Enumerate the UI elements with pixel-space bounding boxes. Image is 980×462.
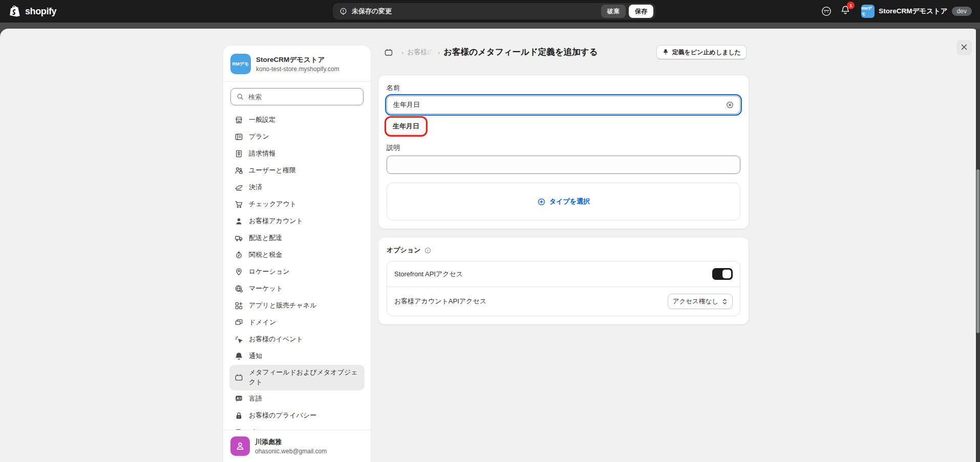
shopify-bag-icon (9, 5, 22, 18)
close-button[interactable] (956, 40, 972, 55)
settings-sidebar: RMデモ StoreCRMデモストア kono-test-store.mysho… (223, 45, 371, 462)
sidebar-item-checkout[interactable]: チェックアウト (229, 196, 365, 213)
discard-button[interactable]: 破棄 (601, 5, 626, 18)
payments-icon (233, 183, 244, 193)
close-icon (961, 43, 968, 52)
page-header: › お客様の › お客様のメタフィールド定義を追加する 定義をピン止めしました (378, 45, 749, 59)
sidebar-item-privacy[interactable]: お客様のプライバシー (229, 407, 365, 424)
sidebar-item-duties-taxes[interactable]: 関税と税金 (229, 247, 365, 263)
customer-api-label: お客様アカウントAPIアクセス (394, 297, 486, 306)
assistant-face-icon[interactable] (820, 5, 833, 17)
sidebar-item-shipping[interactable]: 配送と配達 (229, 230, 365, 247)
breadcrumb-separator: › (401, 49, 403, 56)
billing-icon (233, 149, 244, 159)
sidebar-item-apps-channels[interactable]: アプリと販売チャネル (229, 297, 365, 314)
pin-definition-button[interactable]: 定義をピン止めしました (656, 45, 747, 59)
store-menu-button[interactable]: RMデモ StoreCRMデモストア dev (858, 3, 975, 20)
info-icon[interactable] (424, 247, 432, 254)
person-icon (235, 441, 246, 452)
chevron-updown-icon (722, 298, 728, 305)
plan-icon (233, 132, 244, 142)
store-icon (233, 115, 244, 125)
description-input[interactable] (387, 156, 740, 174)
checkout-cart-icon (233, 200, 244, 210)
select-type-button[interactable]: タイプを選択 (537, 197, 590, 206)
toggle-knob (722, 270, 731, 278)
shopify-wordmark: shopify (25, 6, 56, 17)
storefront-api-label: Storefront APIアクセス (394, 270, 463, 279)
locations-pin-icon (233, 267, 244, 277)
topbar: shopify 未保存の変更 破棄 保存 1 RMデモ StoreCRMデモスト… (0, 0, 980, 23)
metafields-breadcrumb-icon (384, 47, 394, 57)
search-input[interactable] (248, 93, 358, 101)
name-suggestion-chip[interactable]: 生年月日 (387, 118, 425, 135)
alert-icon (339, 7, 348, 16)
sidebar-item-general[interactable]: 一般設定 (229, 112, 365, 128)
metafields-icon (233, 372, 244, 383)
store-domain: kono-test-store.myshopify.com (256, 65, 339, 73)
privacy-lock-icon (233, 410, 244, 421)
sidebar-item-locations[interactable]: ロケーション (229, 263, 365, 280)
options-box: Storefront APIアクセス お客様アカウントAPIアクセス アクセス権… (387, 261, 740, 316)
user-avatar (230, 436, 250, 456)
sidebar-item-languages[interactable]: A文 言語 (229, 390, 365, 407)
clear-circle-x-icon (726, 101, 734, 109)
sidebar-item-billing[interactable]: 請求情報 (229, 145, 365, 162)
search-icon (236, 93, 244, 101)
storefront-api-row: Storefront APIアクセス (387, 261, 740, 287)
languages-icon: A文 (233, 393, 244, 404)
shopify-logo[interactable]: shopify (0, 5, 56, 18)
sidebar-store-header[interactable]: RMデモ StoreCRMデモストア kono-test-store.mysho… (223, 46, 371, 81)
customer-api-row: お客様アカウントAPIアクセス アクセス権なし (387, 287, 740, 316)
options-title: オプション (387, 246, 421, 255)
customer-events-icon (233, 335, 244, 345)
sidebar-item-plan[interactable]: プラン (229, 128, 365, 145)
settings-search (230, 88, 364, 105)
notification-count-badge: 1 (847, 2, 855, 9)
user-email: ohasonic.web@gmail.com (255, 448, 327, 455)
scrollbar-track (976, 29, 980, 462)
page-title: お客様のメタフィールド定義を追加する (443, 47, 598, 58)
users-permissions-icon (233, 166, 244, 176)
store-name: StoreCRMデモストア (256, 55, 339, 64)
sidebar-item-customer-accounts[interactable]: お客様アカウント (229, 213, 365, 230)
save-button[interactable]: 保存 (629, 5, 653, 18)
domains-icon (233, 318, 244, 328)
unsaved-changes-message: 未保存の変更 (352, 7, 601, 16)
clear-name-button[interactable] (725, 100, 735, 111)
sidebar-item-metafields[interactable]: メタフィールドおよびメタオブジェクト (229, 365, 365, 390)
sidebar-item-policies[interactable]: ポリシー (229, 424, 365, 430)
customer-accounts-icon (233, 216, 244, 227)
sidebar-item-payments[interactable]: 決済 (229, 179, 365, 196)
sidebar-user-section[interactable]: 川添彪雅 ohasonic.web@gmail.com (223, 430, 371, 462)
apps-channels-icon (233, 301, 244, 311)
plus-circle-icon (537, 197, 546, 206)
settings-nav: 一般設定 プラン 請求情報 ユーザーと権限 決済 チェックアウト (223, 109, 371, 430)
notifications-bell-button[interactable]: 1 (840, 5, 851, 18)
sidebar-item-users-permissions[interactable]: ユーザーと権限 (229, 162, 365, 179)
env-badge: dev (952, 7, 972, 16)
type-select-area: タイプを選択 (387, 183, 740, 221)
customer-api-access-select[interactable]: アクセス権なし (668, 294, 733, 309)
sidebar-item-customer-events[interactable]: お客様のイベント (229, 331, 365, 348)
pin-icon (662, 49, 669, 56)
main-content: › お客様の › お客様のメタフィールド定義を追加する 定義をピン止めしました … (378, 45, 749, 324)
description-label: 説明 (387, 143, 740, 152)
sidebar-item-domains[interactable]: ドメイン (229, 314, 365, 331)
topbar-right-cluster: 1 RMデモ StoreCRMデモストア dev (820, 0, 975, 23)
duties-taxes-icon (233, 250, 244, 260)
options-card: オプション Storefront APIアクセス お客様アカウントAPIアクセス… (378, 237, 749, 324)
name-label: 名前 (387, 83, 740, 93)
user-name: 川添彪雅 (255, 437, 327, 447)
svg-text:文: 文 (239, 397, 242, 400)
breadcrumb-parent[interactable]: お客様の (407, 48, 434, 57)
scrollbar-thumb[interactable] (976, 169, 979, 333)
name-input[interactable] (387, 96, 740, 114)
markets-globe-icon (233, 284, 244, 294)
unsaved-changes-bar: 未保存の変更 破棄 保存 (333, 3, 655, 19)
settings-modal: RMデモ StoreCRMデモストア kono-test-store.mysho… (0, 29, 980, 462)
storefront-api-toggle[interactable] (712, 268, 733, 280)
shipping-truck-icon (233, 233, 244, 244)
sidebar-item-notifications[interactable]: 通知 (229, 348, 365, 365)
sidebar-item-markets[interactable]: マーケット (229, 280, 365, 297)
